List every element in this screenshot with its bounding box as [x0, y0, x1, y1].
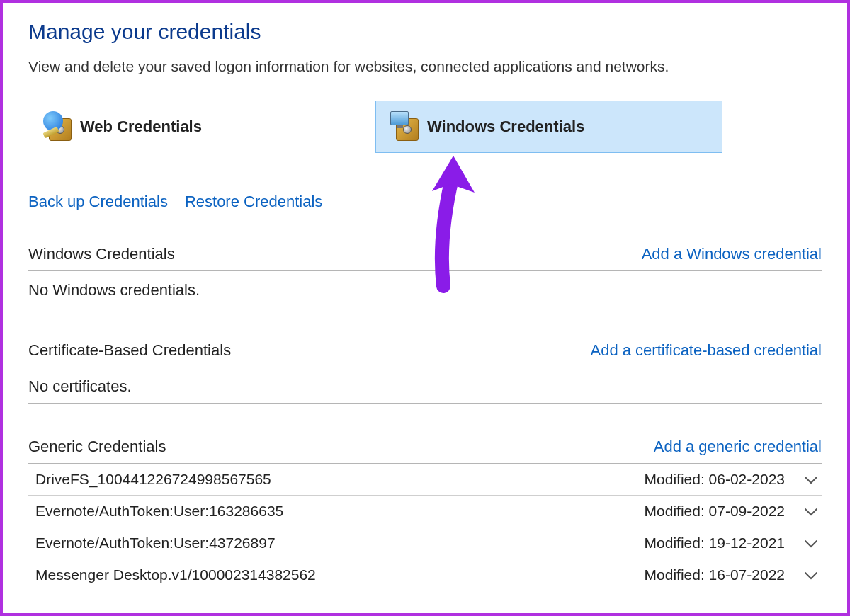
credential-modified: Modified: 16-07-2022 [645, 566, 817, 583]
web-credentials-icon [43, 111, 74, 142]
generic-credentials-heading: Generic Credentials [28, 438, 166, 456]
chevron-down-icon[interactable] [805, 535, 817, 552]
credential-modified-text: Modified: 19-12-2021 [645, 535, 785, 552]
windows-credentials-empty: No Windows credentials. [28, 271, 822, 307]
credential-row[interactable]: DriveFS_100441226724998567565Modified: 0… [28, 464, 822, 496]
credential-modified: Modified: 07-09-2022 [645, 503, 817, 520]
credential-row[interactable]: Messenger Desktop.v1/100002314382562Modi… [28, 559, 822, 591]
tab-web-label: Web Credentials [80, 118, 202, 136]
add-generic-credential-link[interactable]: Add a generic credential [654, 438, 822, 456]
chevron-down-icon[interactable] [805, 503, 817, 520]
tab-web-credentials[interactable]: Web Credentials [28, 101, 375, 153]
credential-name: Evernote/AuthToken:User:43726897 [35, 535, 276, 552]
credential-name: Messenger Desktop.v1/100002314382562 [35, 566, 316, 583]
credential-name: DriveFS_100441226724998567565 [35, 471, 271, 488]
page-subtitle: View and delete your saved logon informa… [28, 58, 822, 75]
chevron-down-icon[interactable] [805, 566, 817, 583]
credential-modified-text: Modified: 06-02-2023 [645, 471, 785, 488]
credential-modified-text: Modified: 16-07-2022 [645, 566, 785, 583]
credential-modified: Modified: 06-02-2023 [645, 471, 817, 488]
credential-modified-text: Modified: 07-09-2022 [645, 503, 785, 520]
credential-actions: Back up Credentials Restore Credentials [28, 193, 822, 211]
certificate-credentials-empty: No certificates. [28, 367, 822, 404]
credential-name: Evernote/AuthToken:User:163286635 [35, 503, 283, 520]
tab-windows-label: Windows Credentials [427, 118, 584, 136]
credential-row[interactable]: Evernote/AuthToken:User:163286635Modifie… [28, 496, 822, 527]
certificate-credentials-section: Certificate-Based Credentials Add a cert… [28, 336, 822, 404]
windows-credentials-icon [390, 111, 421, 142]
page-title: Manage your credentials [28, 20, 822, 44]
credential-row[interactable]: Evernote/AuthToken:User:43726897Modified… [28, 527, 822, 559]
chevron-down-icon[interactable] [805, 471, 817, 488]
restore-credentials-link[interactable]: Restore Credentials [185, 193, 322, 211]
credential-modified: Modified: 19-12-2021 [645, 535, 817, 552]
backup-credentials-link[interactable]: Back up Credentials [28, 193, 168, 211]
add-windows-credential-link[interactable]: Add a Windows credential [642, 245, 822, 263]
windows-credentials-heading: Windows Credentials [28, 245, 175, 263]
tab-windows-credentials[interactable]: Windows Credentials [375, 101, 722, 153]
windows-credentials-section: Windows Credentials Add a Windows creden… [28, 239, 822, 307]
add-certificate-credential-link[interactable]: Add a certificate-based credential [590, 341, 822, 360]
generic-credentials-section: Generic Credentials Add a generic creden… [28, 432, 822, 591]
certificate-credentials-heading: Certificate-Based Credentials [28, 341, 231, 360]
credential-type-tabs: Web Credentials Windows Credentials [28, 101, 822, 153]
